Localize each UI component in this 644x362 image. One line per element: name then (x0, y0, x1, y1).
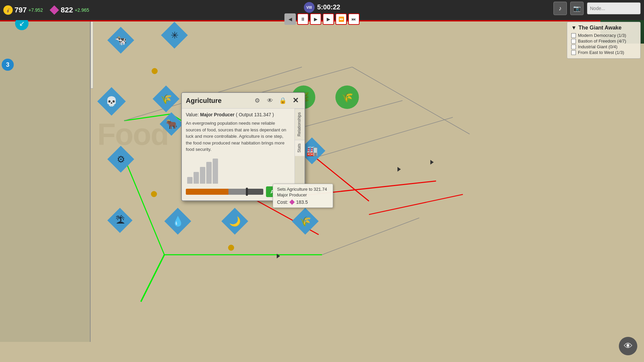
slider-thumb[interactable] (246, 188, 248, 196)
dialog-value-type: Major Producer (200, 112, 235, 117)
dialog-header: Agriculture ⚙ 👁 🔒 ✕ (182, 93, 305, 109)
node-sun-top[interactable]: ✳ (161, 22, 188, 49)
pause-button[interactable]: ⏸ (297, 13, 309, 25)
node-cattle-top[interactable]: 🐄 (107, 27, 134, 54)
mission-checkbox-1[interactable] (571, 33, 576, 38)
skulls-icon: 💀 (106, 96, 117, 107)
tooltip-cost: Cost: 183.5 (277, 199, 329, 205)
mission-label-3: Industrial Giant (0/4) (578, 44, 618, 49)
relationships-tab[interactable]: Relationships (295, 109, 305, 140)
mission-label-2: Bastion of Freedom (4/7) (578, 39, 626, 44)
node-search-input[interactable] (587, 2, 641, 14)
gem-icon (50, 5, 59, 15)
play-button[interactable]: ▶ (310, 13, 321, 25)
eye-badge-button[interactable]: 👁 (619, 337, 637, 355)
circle2-icon: 🌾 (341, 92, 353, 103)
right-hud: ♪ 📷 (553, 2, 641, 15)
tooltip-box: Sets Agriculture to 321.74 Major Produce… (273, 184, 333, 208)
sun-icon: ✳ (171, 30, 178, 41)
animal-icon: 🐂 (166, 119, 177, 130)
gold-delta: +7.952 (29, 7, 43, 13)
dialog-settings-button[interactable]: ⚙ (252, 96, 262, 106)
tooltip-cost-label: Cost: (277, 199, 288, 205)
mission-item-2: Bastion of Freedom (4/7) (571, 39, 636, 44)
mission-label-4: From East to West (1/3) (578, 50, 624, 55)
mission-checkbox-4[interactable] (571, 50, 576, 55)
node-windmill[interactable]: ⚙ (107, 146, 134, 173)
mission-panel: ▼ The Giant Awake Modern Democracy (1/3)… (567, 22, 641, 59)
tooltip-cost-value: 183.5 (296, 199, 308, 205)
dialog-value-label: Value: (186, 112, 199, 117)
dialog-eye-button[interactable]: 👁 (265, 96, 275, 106)
water-icon: 💧 (172, 216, 184, 227)
gem-delta: +2.965 (75, 7, 89, 13)
map-background (0, 0, 644, 362)
left-panel (0, 20, 91, 342)
chart-bar-4 (206, 162, 212, 184)
node-right-circle2[interactable]: 🌾 (335, 85, 359, 109)
gold-resource: 💰 797 +7.952 (3, 5, 43, 15)
gold-icon: 💰 (3, 5, 13, 15)
gold-value: 797 (14, 6, 27, 14)
gold-dot-1 (152, 68, 158, 74)
stats-tab[interactable]: Stats (295, 140, 305, 156)
node-skulls[interactable]: 💀 (97, 87, 126, 116)
chart-bar-3 (200, 167, 205, 184)
mission-item-1: Modern Democracy (1/3) (571, 33, 636, 38)
music-button[interactable]: ♪ (553, 2, 567, 15)
gold-dot-2 (151, 191, 157, 197)
node-grain[interactable]: 🌾 (153, 85, 179, 112)
mission-triangle[interactable]: ▼ (571, 25, 577, 31)
camera-button[interactable]: 📷 (570, 2, 584, 15)
num-badge[interactable]: 3 (2, 59, 14, 71)
slider-track[interactable] (186, 189, 263, 195)
dialog-chart (186, 157, 290, 184)
factory-icon: 🏭 (306, 145, 318, 157)
playback-controls: ◀ ⏸ ▶ ▶ ⏩ ⏭ (284, 13, 360, 25)
dialog-lock-button[interactable]: 🔒 (278, 96, 288, 106)
node-mid-animal[interactable]: 🐂 (160, 112, 183, 136)
chart-bar-5 (213, 159, 218, 184)
dialog-value-line: Value: Major Producer ( Output 131.347 ) (186, 112, 290, 117)
node-bottom-water[interactable]: 💧 (164, 208, 191, 235)
tooltip-line2: Major Producer (277, 192, 329, 197)
tooltip-gem-icon (289, 199, 295, 205)
center-hud: VIII 5:00:22 ◀ ⏸ ▶ ▶ ⏩ ⏭ (284, 0, 360, 25)
fast-forward-button[interactable]: ⏩ (335, 13, 347, 25)
dialog-close-button[interactable]: ✕ (290, 96, 301, 106)
gem-resource: 822 +2.965 (50, 5, 89, 15)
island-icon: 🏝 (115, 215, 125, 226)
back-button[interactable]: ◀ (284, 13, 296, 25)
node-bottom-wheat[interactable]: 🌾 (292, 208, 319, 235)
gem-value: 822 (61, 6, 73, 14)
mission-title-text: The Giant Awake (579, 25, 622, 31)
chart-bar-1 (187, 177, 193, 184)
grain-icon: 🌾 (160, 94, 172, 105)
left-sidebar-handle[interactable] (91, 21, 93, 88)
fast-forward2-button[interactable]: ⏭ (348, 13, 360, 25)
gold-dot-3 (228, 245, 234, 251)
cattle-icon: 🐄 (115, 35, 127, 46)
mission-checkbox-3[interactable] (571, 45, 576, 49)
moon-icon: 🌙 (229, 216, 241, 227)
node-bottom-moon[interactable]: 🌙 (221, 208, 248, 235)
dialog-title: Agriculture (186, 97, 222, 105)
player-badge: VIII (304, 2, 315, 13)
windmill-icon: ⚙ (117, 154, 125, 165)
mission-title: ▼ The Giant Awake (571, 25, 636, 31)
dialog-description: An evergrowing population needs new reli… (186, 120, 290, 153)
dialog-value-output: ( Output 131.347 ) (236, 112, 274, 117)
dialog-icon-group: ⚙ 👁 🔒 ✕ (252, 96, 301, 106)
timer-display: 5:00:22 (317, 3, 340, 11)
mission-item-4: From East to West (1/3) (571, 50, 636, 55)
chart-bar-2 (194, 172, 199, 184)
mission-checkbox-2[interactable] (571, 39, 576, 44)
tooltip-line1: Sets Agriculture to 321.74 (277, 187, 329, 192)
mission-label-1: Modern Democracy (1/3) (578, 33, 626, 38)
wheat-icon: 🌾 (300, 216, 311, 227)
mission-item-3: Industrial Giant (0/4) (571, 44, 636, 49)
play2-button[interactable]: ▶ (323, 13, 334, 25)
node-bottom-island[interactable]: 🏝 (107, 208, 132, 233)
